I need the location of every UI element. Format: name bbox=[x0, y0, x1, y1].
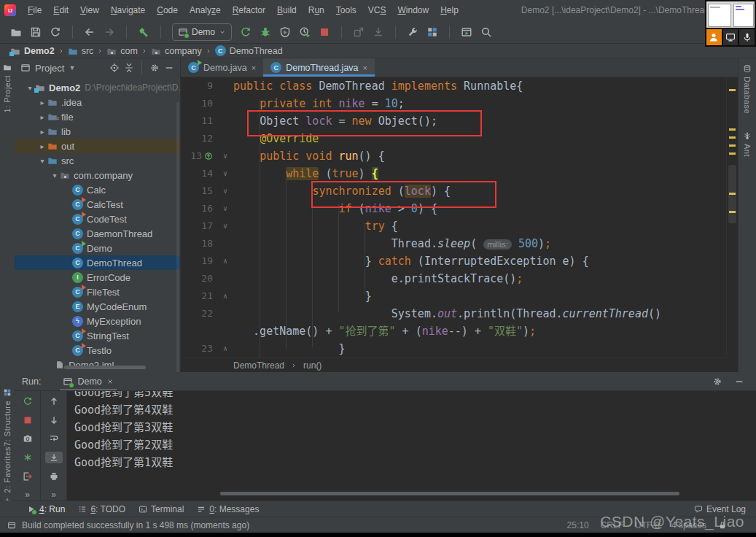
tree-expander[interactable]: ▾ bbox=[50, 171, 60, 179]
project-vertical-scrollbar[interactable] bbox=[176, 102, 179, 372]
next-occurrence-button[interactable] bbox=[45, 414, 63, 426]
build-button[interactable] bbox=[138, 26, 149, 38]
error-stripe[interactable] bbox=[726, 77, 738, 358]
menu-refactor[interactable]: Refactor bbox=[227, 0, 271, 20]
close-icon[interactable]: × bbox=[252, 63, 256, 72]
breadcrumb-item-demo2[interactable]: Demo2 bbox=[10, 46, 55, 56]
debug-button[interactable] bbox=[260, 26, 271, 38]
tree-item-src[interactable]: ▾src bbox=[15, 153, 180, 168]
tool-button-ant[interactable]: Ant bbox=[739, 131, 756, 157]
print-button[interactable] bbox=[45, 471, 63, 482]
code-line[interactable]: 17∨ try { bbox=[181, 217, 726, 235]
run-button[interactable] bbox=[240, 26, 252, 38]
tree-item-stringtest[interactable]: CStringTest bbox=[15, 328, 180, 343]
soft-wrap-button[interactable] bbox=[45, 433, 63, 444]
tool-window-button-4-run[interactable]: 4: Run bbox=[20, 501, 71, 517]
menu-vcs[interactable]: VCS bbox=[362, 0, 392, 20]
breadcrumb-method[interactable]: run() bbox=[303, 360, 322, 371]
tree-expander[interactable]: ▸ bbox=[37, 128, 47, 136]
tree-item-mycodeenum[interactable]: EMyCodeEnum bbox=[15, 299, 180, 314]
code-line[interactable]: .getName() + "抢到了第" + (nike--) + "双鞋"); bbox=[181, 322, 726, 340]
tool-button-database[interactable]: Database bbox=[739, 64, 756, 114]
menu-window[interactable]: Window bbox=[391, 0, 434, 20]
tree-item-filetest[interactable]: CFileTest bbox=[15, 285, 180, 299]
breadcrumb-item-company[interactable]: company bbox=[151, 46, 202, 56]
snapshot-button[interactable] bbox=[19, 433, 36, 444]
scroll-to-end-button[interactable] bbox=[45, 452, 63, 463]
menu-view[interactable]: View bbox=[74, 0, 105, 20]
tool-window-button-terminal[interactable]: Terminal bbox=[132, 501, 190, 517]
code-line[interactable]: 21∧ } bbox=[181, 287, 726, 305]
code-line[interactable]: 14∨ while (true) { bbox=[181, 165, 726, 182]
console-horizontal-scrollbar[interactable] bbox=[220, 492, 679, 495]
code-line[interactable]: 23∧ } bbox=[181, 340, 726, 358]
back-button[interactable] bbox=[84, 26, 96, 38]
fold-marker[interactable]: ∨ bbox=[217, 182, 233, 200]
microphone-button[interactable] bbox=[739, 29, 755, 45]
stop-button[interactable] bbox=[319, 26, 330, 38]
ide-settings-button[interactable] bbox=[407, 26, 418, 38]
tree-expander[interactable]: ▾ bbox=[25, 84, 35, 92]
close-icon[interactable] bbox=[106, 378, 114, 385]
hide-panel-icon[interactable] bbox=[734, 376, 744, 387]
tree-item-demo[interactable]: CDemo bbox=[15, 241, 180, 255]
presenter-button[interactable] bbox=[706, 29, 722, 45]
rerun-button[interactable] bbox=[19, 395, 36, 407]
share-screen-button[interactable] bbox=[723, 29, 739, 45]
tree-item-out[interactable]: ▸out bbox=[15, 139, 180, 153]
tree-item-file[interactable]: ▸≡file bbox=[15, 109, 180, 124]
tree-item-calctest[interactable]: CCalcTest bbox=[15, 197, 180, 212]
status-widget-0[interactable]: 25:10 bbox=[567, 520, 589, 530]
fold-marker[interactable]: ∨ bbox=[217, 147, 233, 165]
menu-build[interactable]: Build bbox=[271, 0, 303, 20]
menu-help[interactable]: Help bbox=[434, 0, 464, 20]
synchronize-button[interactable] bbox=[50, 26, 61, 38]
tool-button-favorites[interactable]: 2: Favorites ★ bbox=[0, 447, 15, 506]
tree-item-testlo[interactable]: CTestlo bbox=[15, 343, 180, 358]
tool-button-project[interactable]: 1: Project bbox=[0, 63, 15, 112]
close-icon[interactable]: × bbox=[363, 63, 367, 72]
breadcrumb-item-src[interactable]: src bbox=[68, 46, 94, 56]
editor-tab-demothread-java[interactable]: CDemoThread.java× bbox=[263, 58, 375, 77]
code-line[interactable]: 22 System.out.println(Thread.currentThre… bbox=[181, 305, 726, 322]
tree-expander[interactable]: ▸ bbox=[37, 142, 47, 150]
more-button[interactable]: » bbox=[45, 489, 63, 501]
thread-dump-button[interactable] bbox=[19, 452, 36, 463]
stop-button[interactable] bbox=[19, 414, 36, 426]
tool-window-button-0-messages[interactable]: 0: Messages bbox=[190, 501, 265, 517]
fold-marker[interactable]: ∨ bbox=[217, 200, 233, 217]
gear-icon[interactable] bbox=[712, 376, 722, 387]
menu-code[interactable]: Code bbox=[151, 0, 184, 20]
save-all-button[interactable] bbox=[30, 26, 42, 38]
exit-button[interactable] bbox=[19, 471, 36, 482]
editor-scrollbar-thumb[interactable] bbox=[728, 165, 736, 223]
tree-item-demothread[interactable]: CDemoThread bbox=[15, 255, 180, 270]
tree-item-errorcode[interactable]: IErrorCode bbox=[15, 270, 180, 285]
tree-item-demo2[interactable]: ▾Demo2D:\Project\ideaProject\D... bbox=[15, 80, 180, 95]
override-gutter-icon[interactable] bbox=[204, 152, 213, 161]
tree-item-myexception[interactable]: ϟMyException bbox=[15, 314, 180, 328]
fold-marker[interactable]: ∨ bbox=[217, 165, 233, 182]
code-line[interactable]: 13∨ public void run() { bbox=[181, 147, 726, 165]
editor-tab-demo-java[interactable]: CDemo.java× bbox=[181, 58, 263, 77]
tree-expander[interactable]: ▸ bbox=[37, 98, 47, 107]
breadcrumb-item-com[interactable]: com bbox=[106, 46, 138, 56]
menu-edit[interactable]: Edit bbox=[47, 0, 74, 20]
tree-item--idea[interactable]: ▸.idea bbox=[15, 95, 180, 109]
code-line[interactable]: 9public class DemoThread implements Runn… bbox=[181, 77, 726, 95]
menu-run[interactable]: Run bbox=[303, 0, 330, 20]
profiler-button[interactable] bbox=[299, 26, 311, 38]
menu-navigate[interactable]: Navigate bbox=[105, 0, 151, 20]
breadcrumb-class[interactable]: DemoThread bbox=[233, 360, 284, 371]
fold-marker[interactable]: ∧ bbox=[217, 287, 233, 305]
project-structure-button[interactable] bbox=[426, 26, 438, 38]
fold-marker[interactable]: ∨ bbox=[217, 217, 233, 235]
run-with-coverage-button[interactable] bbox=[279, 26, 291, 38]
hide-panel-icon[interactable] bbox=[164, 63, 174, 73]
menu-analyze[interactable]: Analyze bbox=[184, 0, 227, 20]
tree-expander[interactable]: ▾ bbox=[37, 157, 47, 165]
tree-item-demo2-iml[interactable]: Demo2.iml bbox=[15, 358, 180, 372]
prev-occurrence-button[interactable] bbox=[45, 395, 63, 407]
locate-file-icon[interactable] bbox=[109, 63, 120, 73]
more-button[interactable]: » bbox=[19, 489, 36, 501]
